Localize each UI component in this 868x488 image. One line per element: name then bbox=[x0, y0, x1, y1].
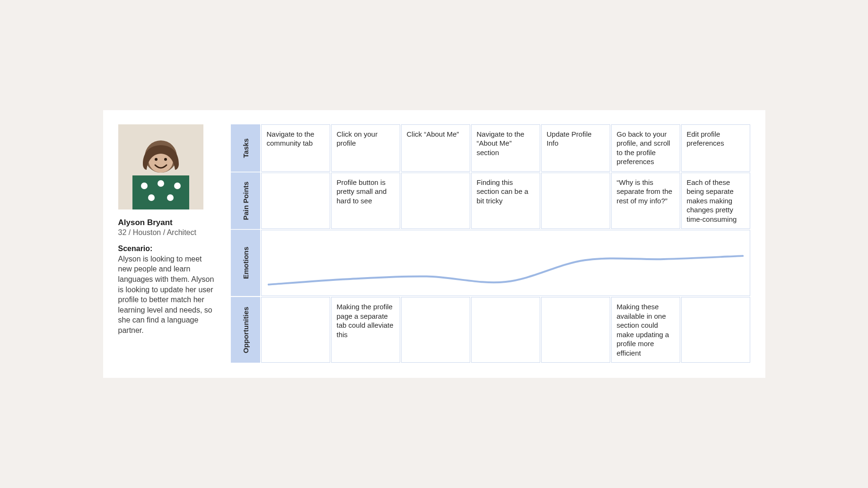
svg-point-10 bbox=[167, 194, 174, 201]
persona-panel: Alyson Bryant 32 / Houston / Architect S… bbox=[118, 124, 218, 363]
pain-cell: Each of these being separate makes makin… bbox=[681, 173, 750, 229]
svg-point-4 bbox=[164, 158, 167, 161]
task-cell: Navigate to the “About Me” section bbox=[471, 124, 540, 172]
pain-cell: Finding this section can be a bit tricky bbox=[471, 173, 540, 229]
row-header-tasks: Tasks bbox=[231, 124, 260, 172]
svg-point-7 bbox=[158, 180, 164, 187]
avatar bbox=[118, 124, 203, 209]
task-cell: Navigate to the community tab bbox=[261, 124, 330, 172]
opportunity-cell bbox=[541, 297, 610, 363]
journey-grid: Tasks Navigate to the community tab Clic… bbox=[231, 124, 750, 363]
task-cell: Click “About Me” bbox=[401, 124, 470, 172]
opportunity-cell: Making the profile page a separate tab c… bbox=[331, 297, 400, 363]
opportunity-cell bbox=[471, 297, 540, 363]
pain-cell bbox=[261, 173, 330, 229]
svg-point-8 bbox=[174, 183, 181, 189]
journey-map-canvas: Alyson Bryant 32 / Houston / Architect S… bbox=[103, 110, 765, 378]
pain-cell bbox=[401, 173, 470, 229]
opportunity-cell bbox=[681, 297, 750, 363]
task-cell: Go back to your profile, and scroll to t… bbox=[611, 124, 680, 172]
row-header-pain: Pain Points bbox=[231, 173, 260, 229]
svg-point-3 bbox=[155, 158, 158, 161]
svg-point-6 bbox=[141, 183, 148, 189]
opportunity-cell bbox=[401, 297, 470, 363]
pain-cell: Profile button is pretty small and hard … bbox=[331, 173, 400, 229]
row-header-opportunities: Opportunities bbox=[231, 297, 260, 363]
persona-meta: 32 / Houston / Architect bbox=[118, 228, 218, 237]
opportunity-cell bbox=[261, 297, 330, 363]
task-cell: Edit profile preferences bbox=[681, 124, 750, 172]
persona-name: Alyson Bryant bbox=[118, 218, 218, 227]
svg-point-9 bbox=[148, 194, 155, 201]
task-cell: Update Profile Info bbox=[541, 124, 610, 172]
scenario-text: Alyson is looking to meet new people and… bbox=[118, 254, 218, 336]
avatar-placeholder-icon bbox=[118, 124, 203, 209]
pain-cell bbox=[541, 173, 610, 229]
pain-cell: “Why is this separate from the rest of m… bbox=[611, 173, 680, 229]
task-cell: Click on your profile bbox=[331, 124, 400, 172]
opportunity-cell: Making these available in one section co… bbox=[611, 297, 680, 363]
emotions-line-icon bbox=[262, 230, 750, 296]
row-header-emotions: Emotions bbox=[231, 230, 260, 296]
scenario-label: Scenario: bbox=[118, 244, 218, 253]
emotions-chart bbox=[261, 230, 750, 296]
